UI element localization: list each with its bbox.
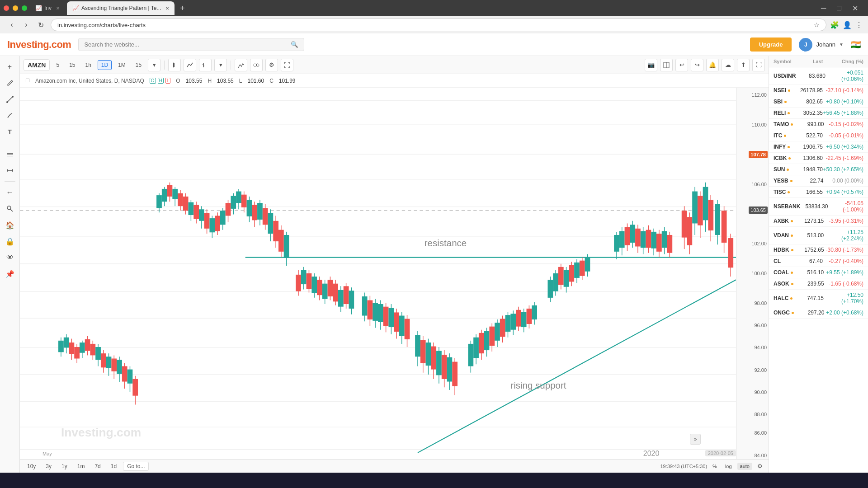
timeframe-dropdown-btn[interactable]: ▾ — [148, 59, 160, 71]
eye-tool[interactable]: 👁 — [3, 250, 17, 265]
range-1m[interactable]: 1m — [74, 462, 89, 470]
watchlist-row[interactable]: TAMO 993.00 -0.15 (-0.02%) — [769, 119, 868, 130]
bar-chart-btn[interactable] — [199, 59, 212, 71]
chart-type-dropdown[interactable]: ▾ — [214, 59, 227, 71]
pencil-tool[interactable] — [3, 76, 17, 90]
line-chart-btn[interactable] — [184, 59, 196, 71]
back-btn[interactable]: ‹ — [5, 19, 18, 31]
forward-btn[interactable]: › — [20, 19, 33, 31]
profile-btn[interactable]: 👤 — [843, 21, 852, 29]
watchlist-row[interactable]: HALC 747.15 +12.50 (+1.70%) — [769, 290, 868, 307]
extensions-btn[interactable]: 🧩 — [830, 21, 839, 29]
alert-btn[interactable]: 🔔 — [706, 59, 719, 71]
watchlist-row[interactable]: CL 67.40 -0.27 (-0.40%) — [769, 256, 868, 267]
goto-btn[interactable]: Go to... — [123, 462, 149, 471]
watchlist-row[interactable]: SBI 802.65 +0.80 (+0.10%) — [769, 96, 868, 108]
tab-investing[interactable]: 📈 Inv ✕ — [30, 1, 65, 15]
search-input[interactable] — [84, 41, 291, 48]
pct-btn[interactable]: % — [710, 463, 720, 470]
trend-line-tool[interactable] — [3, 92, 17, 107]
search-bar[interactable]: 🔍 — [78, 38, 304, 51]
chart-settings-btn[interactable]: ⚙ — [755, 461, 765, 471]
user-name[interactable]: Johann — [816, 41, 835, 48]
timeframe-1d[interactable]: 1D — [98, 60, 112, 70]
win-close-btn[interactable]: ✕ — [849, 3, 861, 14]
country-flag[interactable]: 🇮🇳 — [851, 40, 861, 50]
layout-btn[interactable] — [660, 59, 673, 71]
refresh-btn[interactable]: ↻ — [34, 19, 47, 31]
win-restore-btn[interactable]: □ — [834, 3, 844, 14]
watchlist-row[interactable]: INFY 1906.75 +6.50 (+0.34%) — [769, 141, 868, 153]
bookmark-icon[interactable]: ☆ — [814, 21, 820, 28]
fullscreen-btn[interactable] — [281, 59, 293, 71]
pen-tool[interactable] — [3, 108, 17, 123]
redo-btn[interactable]: ↪ — [691, 59, 703, 71]
screenshot-btn[interactable]: 📷 — [645, 59, 657, 71]
upload-btn[interactable]: ⬆ — [737, 59, 750, 71]
watchlist-symbol: TISC — [774, 189, 791, 195]
range-10y[interactable]: 10y — [24, 462, 39, 470]
undo-btn[interactable]: ↩ — [675, 59, 688, 71]
win-minimize-btn[interactable]: ─ — [818, 3, 829, 14]
timeframe-5[interactable]: 5 — [52, 60, 63, 70]
watchlist-row[interactable]: AXBK 1273.15 -3.95 (-0.31%) — [769, 216, 868, 227]
timeframe-15b[interactable]: 15 — [132, 60, 145, 70]
add-tab-btn[interactable]: + — [176, 4, 189, 13]
chart-forward-btn[interactable]: » — [690, 434, 701, 445]
range-7d[interactable]: 7d — [91, 462, 104, 470]
site-logo[interactable]: Investing.com — [7, 39, 71, 51]
range-3y[interactable]: 3y — [42, 462, 55, 470]
save-btn[interactable]: ☁ — [722, 59, 734, 71]
back-arrow-tool[interactable]: ← — [3, 185, 17, 200]
watchlist-symbol: YESB — [774, 178, 793, 184]
address-bar[interactable]: in.investing.com/charts/live-charts ☆ — [51, 19, 826, 31]
range-1y[interactable]: 1y — [58, 462, 71, 470]
watchlist-row[interactable]: ITC 522.70 -0.05 (-0.01%) — [769, 130, 868, 141]
maximize-window-btn[interactable] — [22, 5, 27, 11]
close-tab-1[interactable]: ✕ — [56, 6, 60, 11]
watchlist-row[interactable]: ICBK 1306.60 -22.45 (-1.69%) — [769, 153, 868, 164]
watchlist-row[interactable]: USD/INR 83.680 +0.051 (+0.06%) — [769, 67, 868, 85]
tab-ascending-triangle[interactable]: 📈 Ascending Triangle Pattern | Te... ✕ — [67, 1, 175, 15]
chart-canvas[interactable]: resistance rising support Investing.com … — [20, 88, 736, 459]
candlestick-btn[interactable] — [168, 59, 181, 71]
watchlist-row[interactable]: SUN 1948.70 +50.30 (+2.65%) — [769, 164, 868, 175]
log-btn[interactable]: log — [722, 463, 735, 470]
home-tool[interactable]: 🏠 — [3, 218, 17, 232]
symbol-name[interactable]: AMZN — [24, 59, 50, 71]
compare-btn[interactable] — [250, 59, 263, 71]
lock-tool[interactable]: 🔒 — [3, 234, 17, 249]
range-1d[interactable]: 1d — [107, 462, 120, 470]
text-tool[interactable]: T — [3, 125, 17, 139]
fib-tool[interactable] — [3, 147, 17, 161]
crosshair-tool[interactable]: + — [3, 60, 17, 74]
search-submit-btn[interactable]: 🔍 — [291, 41, 298, 48]
auto-btn[interactable]: auto — [737, 463, 752, 470]
indicators-btn[interactable] — [235, 59, 247, 71]
close-window-btn[interactable] — [4, 5, 9, 11]
timeframe-1m[interactable]: 1M — [114, 60, 129, 70]
upgrade-btn[interactable]: Upgrade — [750, 38, 792, 52]
watchlist-row[interactable]: RELI 3052.35 +56.45 (+1.88%) — [769, 108, 868, 119]
measure-tool[interactable] — [3, 163, 17, 178]
timeframe-15[interactable]: 15 — [66, 60, 79, 70]
watchlist-row[interactable]: NSEI 26178.95 -37.10 (-0.14%) — [769, 85, 868, 96]
watchlist-row[interactable]: ONGC 297.20 +2.00 (+0.68%) — [769, 307, 868, 319]
watchlist-row[interactable]: VDAN 513.00 +11.25 (+2.24%) — [769, 227, 868, 244]
dot-icon — [787, 169, 789, 171]
settings-btn[interactable]: ⚙ — [265, 59, 278, 71]
timeframe-1h[interactable]: 1h — [81, 60, 94, 70]
watchlist-row[interactable]: HDBK 1752.65 -30.80 (-1.73%) — [769, 244, 868, 256]
watchlist-row[interactable]: COAL 516.10 +9.55 (+1.89%) — [769, 267, 868, 278]
watchlist-row[interactable]: TISC 166.55 +0.94 (+0.57%) — [769, 187, 868, 198]
close-tab-2[interactable]: ✕ — [165, 6, 169, 11]
watchlist-chng: +12.50 (+1.70%) — [824, 292, 863, 305]
fullscreen-expand-btn[interactable]: ⛶ — [752, 59, 765, 71]
more-btn[interactable]: ⋮ — [855, 21, 863, 29]
watchlist-row[interactable]: YESB 22.74 0.00 (0.00%) — [769, 175, 868, 187]
watchlist-row[interactable]: NSEBANK 53834.30 -541.05 (-1.00%) — [769, 198, 868, 216]
pin-tool[interactable]: 📌 — [3, 267, 17, 281]
search-tool[interactable] — [3, 202, 17, 216]
watchlist-row[interactable]: ASOK 239.55 -1.65 (-0.68%) — [769, 278, 868, 290]
minimize-window-btn[interactable] — [13, 5, 18, 11]
